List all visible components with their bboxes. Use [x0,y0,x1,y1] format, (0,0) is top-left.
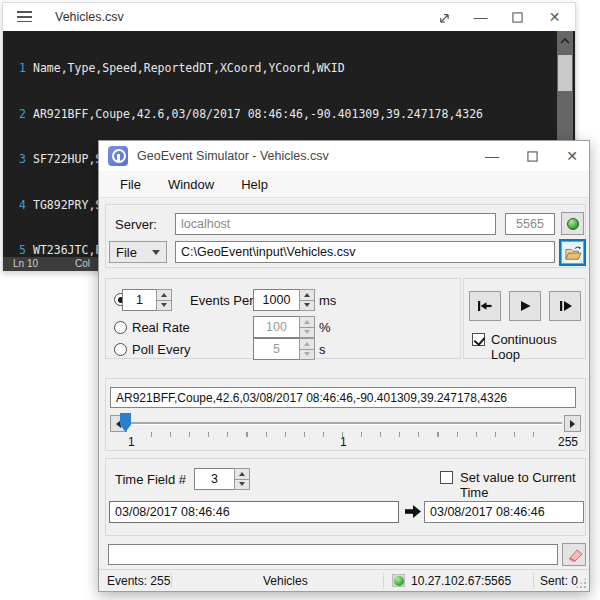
spin-up-icon[interactable] [299,289,315,301]
connection-status-icon [392,574,405,587]
real-rate-radio[interactable] [114,321,127,334]
spin-down-icon [299,328,315,339]
server-group: Server: localhost 5565 File C:\GeoEvent\… [105,204,586,268]
skip-to-start-icon [477,299,493,313]
column-indicator: Col [75,257,90,271]
clear-button[interactable] [562,543,586,566]
editor-titlebar: Vehicles.csv — ✕ [3,3,575,31]
editor-scrollbar-thumb[interactable] [558,55,572,91]
simulator-titlebar: GeoEvent Simulator - Vehicles.csv — ✕ [99,141,589,171]
geoevent-simulator-window: GeoEvent Simulator - Vehicles.csv — ✕ Fi… [98,140,590,592]
events-count-status: Events: 255 [107,574,170,588]
play-icon [518,299,532,313]
close-icon[interactable]: ✕ [542,6,567,28]
event-slider-track[interactable] [129,422,562,424]
step-button[interactable] [549,291,581,321]
menubar: File Window Help [99,171,589,198]
poll-every-label: Poll Every [132,342,191,357]
message-field[interactable] [108,544,558,565]
menu-file[interactable]: File [109,173,152,196]
current-time-label: Set value to Current Time [460,470,585,500]
endpoint-status: 10.27.102.67:5565 [411,574,511,588]
minimize-icon[interactable]: — [468,6,493,28]
feed-name-status: Vehicles [263,574,308,588]
menu-window[interactable]: Window [157,173,225,196]
spin-up-icon[interactable] [156,289,172,301]
spin-up-icon[interactable] [234,468,250,480]
playback-group: Continuous Loop [463,278,586,359]
spin-down-icon[interactable] [234,480,250,491]
real-rate-unit-label: % [319,320,331,335]
spin-up-icon [299,338,315,350]
csv-line: 2AR921BFF,Coupe,42.6,03/08/2017 08:46:46… [3,107,575,122]
hamburger-menu-icon[interactable] [17,11,32,23]
events-count-spinner[interactable]: 1 [122,289,172,311]
server-port-field[interactable]: 5565 [505,213,555,235]
interval-unit-label: ms [319,293,336,308]
simulator-statusbar: Events: 255 Vehicles 10.27.102.67:5565 S… [99,569,589,591]
poll-every-radio[interactable] [114,343,127,356]
real-rate-spinner[interactable]: 100 [253,316,315,338]
time-from-field[interactable]: 03/08/2017 08:46:46 [109,501,399,523]
current-event-field[interactable]: AR921BFF,Coupe,42.6,03/08/2017 08:46:46,… [110,387,576,408]
eraser-icon [565,548,583,562]
server-label: Server: [115,217,157,232]
skip-to-start-button[interactable] [469,291,501,321]
poll-unit-label: s [319,342,326,357]
editor-title: Vehicles.csv [55,10,124,24]
time-group: Time Field # 3 Set value to Current Time… [105,458,586,536]
continuous-loop-checkbox[interactable] [472,333,485,346]
connect-button[interactable] [561,212,584,235]
close-icon[interactable]: ✕ [565,149,579,163]
slider-min-label: 1 [128,435,135,449]
time-field-label: Time Field # [115,472,186,487]
current-time-checkbox[interactable] [440,471,453,484]
slider-current-label: 1 [340,435,347,449]
open-folder-icon [564,245,582,261]
maximize-icon[interactable] [525,149,539,163]
file-path-field[interactable]: C:\GeoEvent\input\Vehicles.csv [175,241,555,263]
maximize-icon[interactable] [505,6,530,28]
events-per-label: Events Per [190,293,254,308]
preview-group: AR921BFF,Coupe,42.6,03/08/2017 08:46:46,… [105,378,586,451]
spin-down-icon[interactable] [299,301,315,312]
time-field-spinner[interactable]: 3 [194,468,250,490]
simulator-title: GeoEvent Simulator - Vehicles.csv [137,149,329,163]
time-to-field[interactable]: 03/08/2017 08:46:46 [424,501,584,523]
sent-count-status: Sent: 0 [540,574,578,588]
map-arrow-icon [405,504,421,519]
menu-help[interactable]: Help [230,173,279,196]
expand-icon[interactable] [431,6,456,28]
server-host-field[interactable]: localhost [175,213,496,235]
open-file-button[interactable] [561,241,584,264]
spin-down-icon [299,350,315,361]
slider-right-button[interactable] [564,415,581,432]
scroll-up-icon[interactable] [557,33,573,49]
step-icon [558,299,573,313]
arrow-right-icon [570,420,575,428]
spin-up-icon [299,316,315,328]
line-indicator: Ln 10 [13,257,38,271]
interval-spinner[interactable]: 1000 [253,289,315,311]
source-type-dropdown[interactable]: File [109,241,167,263]
spin-down-icon[interactable] [156,301,172,312]
play-button[interactable] [509,291,541,321]
slider-ticks [151,432,546,437]
csv-line: 1Name,Type,Speed,ReportedDT,XCoord,YCoor… [3,61,575,76]
poll-spinner[interactable]: 5 [253,338,315,360]
rate-group: 1 Events Per 1000 ms Real Rate 100 % Pol… [105,278,461,359]
slider-max-label: 255 [558,435,578,449]
continuous-loop-label: Continuous Loop [491,332,585,362]
real-rate-label: Real Rate [132,320,190,335]
minimize-icon[interactable]: — [485,149,499,163]
geoevent-app-icon [108,146,128,166]
chevron-down-icon [152,250,160,255]
